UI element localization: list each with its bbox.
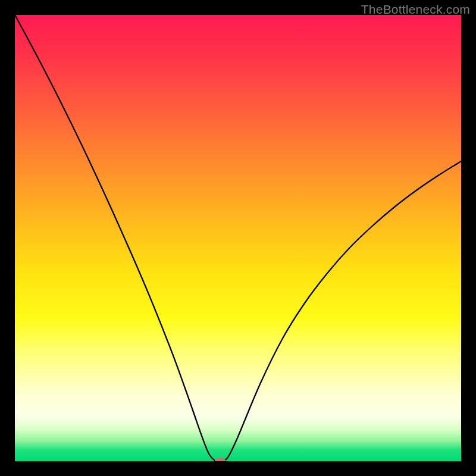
chart-frame: TheBottleneck.com <box>0 0 476 476</box>
optimal-point-marker <box>215 458 226 461</box>
bottleneck-curve-path <box>15 15 461 461</box>
watermark-text: TheBottleneck.com <box>361 2 470 17</box>
curve-svg <box>15 15 461 461</box>
plot-area <box>15 15 461 461</box>
